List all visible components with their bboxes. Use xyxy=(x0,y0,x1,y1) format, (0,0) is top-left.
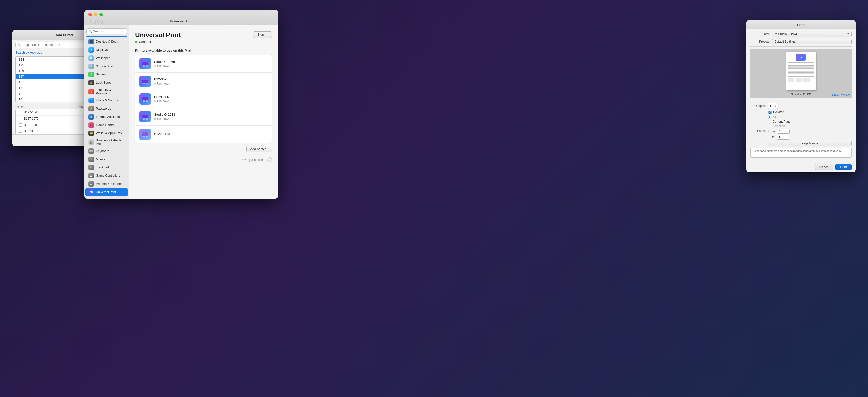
sidebar-search-input[interactable] xyxy=(93,30,129,33)
pages-selection-label: Selection xyxy=(773,124,785,128)
sidebar-item-keyboard[interactable]: ⌨ Keyboard xyxy=(86,147,128,155)
minimize-button[interactable] xyxy=(94,13,97,16)
sidebar-item-game-center[interactable]: 🎮 Game Center xyxy=(86,121,128,129)
nav-bar: ‹ › Universal Print xyxy=(88,19,274,25)
print-dialog-footer: Cancel Print xyxy=(746,162,856,172)
text-line xyxy=(788,62,814,63)
add-printer-title: Add Printer xyxy=(56,33,73,37)
forward-button[interactable]: › xyxy=(97,19,103,24)
traffic-lights xyxy=(88,13,274,16)
close-button[interactable] xyxy=(88,13,92,16)
printer-info: Studio C-2868 Unknown xyxy=(154,60,268,68)
row-name: B127B-1210 xyxy=(24,129,76,133)
presets-select[interactable]: Default Settings ⌃ xyxy=(772,39,851,44)
svg-rect-2 xyxy=(90,192,91,193)
preview-end-button[interactable]: ▶▶ xyxy=(807,92,811,95)
add-printer-button[interactable]: Add printer... xyxy=(246,146,272,152)
printer-status: Unknown xyxy=(154,82,268,85)
sidebar-item-universal-print[interactable]: Universal Print xyxy=(86,188,128,196)
sidebar-item-touch-id[interactable]: 👆 Touch ID & Password xyxy=(86,87,128,96)
sidebar-item-lock-screen[interactable]: 🔒 Lock Screen xyxy=(86,79,128,87)
sidebar-item-desktop-dock[interactable]: ⬛ Desktop & Dock xyxy=(86,38,128,46)
from-input[interactable]: 1 xyxy=(777,129,789,134)
preview-prev-button[interactable]: ◀ xyxy=(790,92,793,95)
lockscreen-icon: 🔒 xyxy=(88,80,94,85)
pages-selection-radio[interactable] xyxy=(768,125,771,128)
row-checkbox[interactable] xyxy=(19,130,22,133)
content-header: Universal Print Connected Sign In xyxy=(135,31,272,44)
sidebar-item-printers-scanners[interactable]: 🖨 Printers & Scanners xyxy=(86,180,128,188)
printer-item[interactable]: B6-2G206 Unknown xyxy=(135,90,272,108)
print-cancel-button[interactable]: Cancel xyxy=(815,164,834,170)
pages-all-option: All xyxy=(768,115,851,119)
chevron-down-icon: ⌃ xyxy=(847,40,849,43)
back-button[interactable]: ‹ xyxy=(90,19,96,24)
pages-all-radio[interactable] xyxy=(768,115,771,119)
printer-select[interactable]: 🖨 Studio B-1974 ⌃ xyxy=(772,32,851,37)
status-dot xyxy=(135,41,137,43)
svg-rect-22 xyxy=(146,136,148,137)
print-button[interactable]: Print xyxy=(835,164,851,170)
print-dialog-window: Print Printer: 🖨 Studio B-1974 ⌃ Presets… xyxy=(746,20,856,172)
sysprefs-body: 🔍 ⬛ Desktop & Dock 🖥 Displays 🖼 Wallpape… xyxy=(85,25,278,199)
sidebar-item-airpods[interactable]: 🎧 Braeden's AirPods Pro xyxy=(86,137,128,147)
pages-selection-option: Selection xyxy=(768,124,851,128)
page-range-button[interactable]: Page Range xyxy=(768,141,851,146)
row-checkbox[interactable] xyxy=(19,111,22,114)
sidebar-item-mouse[interactable]: 🖱 Mouse xyxy=(86,155,128,163)
sidebar-label: Game Center xyxy=(96,123,115,127)
sidebar-item-internet-accounts[interactable]: @ Internet Accounts xyxy=(86,113,128,121)
sidebar-item-passwords[interactable]: 🔑 Passwords xyxy=(86,105,128,113)
printer-item[interactable]: Studio G-2633 Unknown xyxy=(135,108,272,126)
preview-next-button[interactable]: ▶ xyxy=(803,92,805,95)
window-title: Universal Print xyxy=(170,19,193,23)
universalprint-icon xyxy=(88,189,94,195)
to-input[interactable]: 1 xyxy=(777,135,789,140)
print-preview-area: UP xyxy=(750,48,851,98)
pages-all-label: All xyxy=(773,115,776,119)
content-title-block: Universal Print Connected xyxy=(135,31,181,44)
printer-info: B32-3075 Unknown xyxy=(154,77,268,85)
sidebar-item-trackpad[interactable]: ▭ Trackpad xyxy=(86,164,128,171)
sidebar-label: Universal Print xyxy=(96,190,116,194)
printer-select-value: 🖨 Studio B-1974 xyxy=(774,33,797,36)
status-text: Connected xyxy=(139,40,154,44)
printer-item[interactable]: B32-3075 Unknown xyxy=(135,73,272,90)
quick-preview-button[interactable]: Quick Preview xyxy=(832,93,849,96)
from-row: From: 1 xyxy=(768,129,851,134)
sidebar-item-game-controllers[interactable]: 🕹 Game Controllers xyxy=(86,172,128,179)
printer-row: Printer: 🖨 Studio B-1974 ⌃ xyxy=(750,32,851,37)
sidebar-item-wallpaper[interactable]: 🖼 Wallpaper xyxy=(86,54,128,62)
copies-row: Copies: 1 ▲ ▼ xyxy=(750,103,851,109)
printer-avatar xyxy=(139,111,151,122)
sidebar-item-displays[interactable]: 🖥 Displays xyxy=(86,46,128,54)
collated-checkbox[interactable] xyxy=(768,111,772,114)
svg-rect-16 xyxy=(142,115,148,118)
up-logo: UP xyxy=(796,54,806,61)
sidebar-item-wallet[interactable]: 💳 Wallet & Apple Pay xyxy=(86,129,128,137)
maximize-button[interactable] xyxy=(99,13,103,16)
svg-rect-18 xyxy=(146,118,148,120)
text-line xyxy=(788,75,814,75)
text-line xyxy=(788,66,814,67)
sidebar-label: Lock Screen xyxy=(96,81,113,85)
sidebar-search[interactable]: 🔍 xyxy=(86,28,127,34)
sidebar-item-battery[interactable]: 🔋 Battery xyxy=(86,70,128,78)
printer-item[interactable]: B122-2143 xyxy=(135,126,272,143)
preview-text xyxy=(788,62,814,82)
printer-item[interactable]: Studio C-2868 Unknown xyxy=(135,55,272,73)
row-checkbox[interactable] xyxy=(19,117,22,120)
sign-in-button[interactable]: Sign In xyxy=(253,31,272,38)
privacy-cookies-link[interactable]: Privacy & cookies xyxy=(241,158,264,162)
copies-stepper[interactable]: ▲ ▼ xyxy=(774,104,776,108)
keyboard-icon: ⌨ xyxy=(88,148,94,154)
sidebar-item-users-groups[interactable]: 👥 Users & Groups xyxy=(86,97,128,104)
copies-input[interactable]: 1 ▲ ▼ xyxy=(768,103,778,109)
sidebar-item-screen-saver[interactable]: ✨ Screen Saver xyxy=(86,62,128,70)
text-line xyxy=(788,70,814,70)
printer-avatar xyxy=(139,58,151,69)
pages-current-radio[interactable] xyxy=(768,120,771,123)
help-button[interactable]: ? xyxy=(267,157,272,162)
row-checkbox[interactable] xyxy=(19,123,22,127)
sysprefs-titlebar: ‹ › Universal Print xyxy=(85,10,278,25)
